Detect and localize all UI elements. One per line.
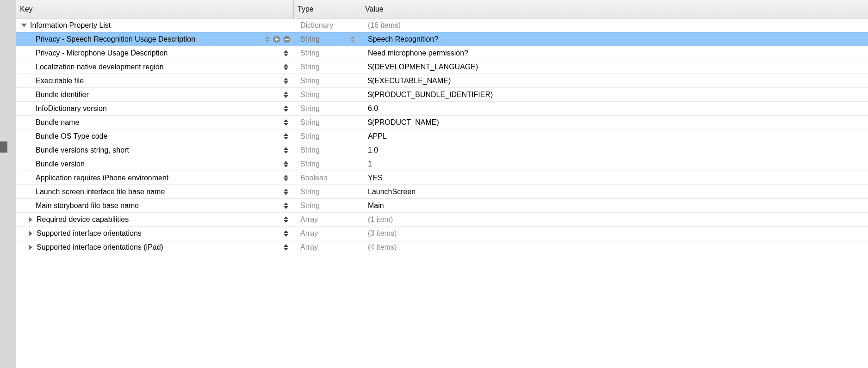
key-popup-stepper-icon[interactable] [283, 63, 289, 71]
root-value-text: (16 items) [361, 21, 868, 30]
key-popup-stepper-icon[interactable] [283, 243, 289, 251]
item-key-text: Bundle versions string, short [36, 146, 129, 154]
key-popup-stepper-icon[interactable] [283, 91, 289, 99]
item-type-text: String [294, 132, 361, 141]
item-type-text: String [294, 202, 361, 210]
root-key-text: Information Property List [30, 21, 111, 30]
item-key-text: Launch screen interface file base name [36, 188, 165, 196]
plist-rows: Information Property List Dictionary (16… [16, 18, 868, 368]
item-value-text[interactable]: $(PRODUCT_BUNDLE_IDENTIFIER) [361, 91, 868, 99]
header-key[interactable]: Key [16, 0, 294, 18]
item-value-text[interactable]: $(DEVELOPMENT_LANGUAGE) [361, 63, 868, 71]
item-type-text: Array [294, 229, 361, 238]
key-popup-stepper-icon[interactable] [283, 146, 289, 154]
item-value-text[interactable]: Speech Recognition? [361, 35, 868, 43]
header-value[interactable]: Value [361, 0, 868, 18]
plist-editor: Key Type Value Information Property List… [16, 0, 868, 368]
item-key-text: Privacy - Microphone Usage Description [36, 49, 167, 57]
item-value-text[interactable]: Need microphone permission? [361, 49, 868, 57]
disclosure-triangle-icon[interactable] [27, 244, 34, 251]
item-value-text[interactable]: 1.0 [361, 146, 868, 154]
remove-row-button[interactable] [283, 35, 291, 43]
item-key-text: Required device capabilities [37, 215, 129, 224]
disclosure-triangle-icon[interactable] [27, 230, 34, 237]
plist-item-row[interactable]: Bundle OS Type code String APPL [16, 129, 868, 143]
key-popup-stepper-icon[interactable] [283, 49, 289, 57]
gutter-marker [0, 141, 7, 153]
item-type-text: String [294, 118, 361, 127]
plist-item-row[interactable]: Launch screen interface file base name S… [16, 185, 868, 199]
disclosure-triangle-icon[interactable] [21, 22, 27, 29]
plist-root-row[interactable]: Information Property List Dictionary (16… [16, 18, 868, 32]
item-key-text: Bundle OS Type code [36, 132, 107, 141]
item-value-text[interactable]: APPL [361, 132, 868, 141]
item-key-text: Supported interface orientations [37, 229, 142, 238]
item-type-text: String [294, 77, 361, 85]
item-key-text: Executable file [36, 77, 84, 85]
root-type-text: Dictionary [294, 21, 361, 30]
item-value-text: (3 items) [361, 229, 868, 238]
plist-item-row[interactable]: Supported interface orientations Array (… [16, 227, 868, 240]
item-type-text: Array [294, 215, 361, 224]
column-header-row: Key Type Value [16, 0, 868, 18]
plist-item-row[interactable]: Required device capabilities Array (1 it… [16, 213, 868, 227]
key-popup-stepper-icon[interactable] [264, 35, 271, 43]
item-key-text: Application requires iPhone environment [36, 174, 168, 182]
item-value-text[interactable]: Main [361, 202, 868, 210]
item-key-text: Privacy - Speech Recognition Usage Descr… [36, 35, 195, 43]
plist-item-row[interactable]: Privacy - Microphone Usage Description S… [16, 46, 868, 60]
item-key-text: Supported interface orientations (iPad) [37, 243, 163, 251]
plist-item-row[interactable]: Bundle version String 1 [16, 157, 868, 171]
item-type-text: String [294, 104, 361, 113]
item-value-text[interactable]: $(PRODUCT_NAME) [361, 118, 868, 127]
item-type-text: String [294, 35, 361, 43]
plist-item-row[interactable]: InfoDictionary version String 6.0 [16, 102, 868, 116]
key-popup-stepper-icon[interactable] [283, 229, 289, 238]
item-type-text: String [294, 91, 361, 99]
item-type-text: Array [294, 243, 361, 251]
item-type-text: String [294, 146, 361, 154]
item-type-text: String [294, 160, 361, 168]
plist-item-row[interactable]: Bundle identifier String $(PRODUCT_BUNDL… [16, 88, 868, 102]
plist-item-row[interactable]: Application requires iPhone environment … [16, 171, 868, 185]
header-type[interactable]: Type [294, 0, 361, 18]
plist-item-row[interactable]: Executable file String $(EXECUTABLE_NAME… [16, 74, 868, 88]
item-key-text: Bundle identifier [36, 91, 89, 99]
item-value-text[interactable]: 6.0 [361, 104, 868, 113]
add-row-button[interactable] [273, 35, 281, 43]
key-popup-stepper-icon[interactable] [283, 118, 289, 127]
disclosure-triangle-icon[interactable] [27, 216, 34, 223]
plist-item-row[interactable]: Privacy - Speech Recognition Usage Descr… [16, 32, 868, 46]
key-popup-stepper-icon[interactable] [283, 202, 289, 210]
key-popup-stepper-icon[interactable] [283, 215, 289, 224]
key-popup-stepper-icon[interactable] [283, 77, 289, 85]
key-popup-stepper-icon[interactable] [283, 174, 289, 182]
item-value-text[interactable]: 1 [361, 160, 868, 168]
plist-item-row[interactable]: Main storyboard file base name String Ma… [16, 199, 868, 213]
item-key-text: InfoDictionary version [36, 104, 107, 113]
item-value-text[interactable]: LaunchScreen [361, 188, 868, 196]
item-key-text: Bundle version [36, 160, 85, 168]
editor-gutter [0, 0, 16, 368]
item-value-text[interactable]: YES [361, 174, 868, 182]
item-type-text: String [294, 188, 361, 196]
item-type-text: Boolean [294, 174, 361, 182]
type-popup-stepper-icon[interactable] [349, 35, 356, 43]
key-popup-stepper-icon[interactable] [283, 188, 289, 196]
item-value-text: (4 items) [361, 243, 868, 251]
svg-rect-4 [285, 39, 289, 40]
item-key-text: Main storyboard file base name [36, 202, 139, 210]
plist-item-row[interactable]: Supported interface orientations (iPad) … [16, 240, 868, 254]
item-value-text: (1 item) [361, 215, 868, 224]
item-key-text: Bundle name [36, 118, 79, 127]
item-key-text: Localization native development region [36, 63, 164, 71]
plist-item-row[interactable]: Bundle versions string, short String 1.0 [16, 143, 868, 157]
item-type-text: String [294, 63, 361, 71]
key-popup-stepper-icon[interactable] [283, 104, 289, 113]
key-popup-stepper-icon[interactable] [283, 160, 289, 168]
plist-item-row[interactable]: Localization native development region S… [16, 60, 868, 74]
svg-rect-2 [275, 39, 279, 40]
item-value-text[interactable]: $(EXECUTABLE_NAME) [361, 77, 868, 85]
key-popup-stepper-icon[interactable] [283, 132, 289, 141]
plist-item-row[interactable]: Bundle name String $(PRODUCT_NAME) [16, 116, 868, 129]
